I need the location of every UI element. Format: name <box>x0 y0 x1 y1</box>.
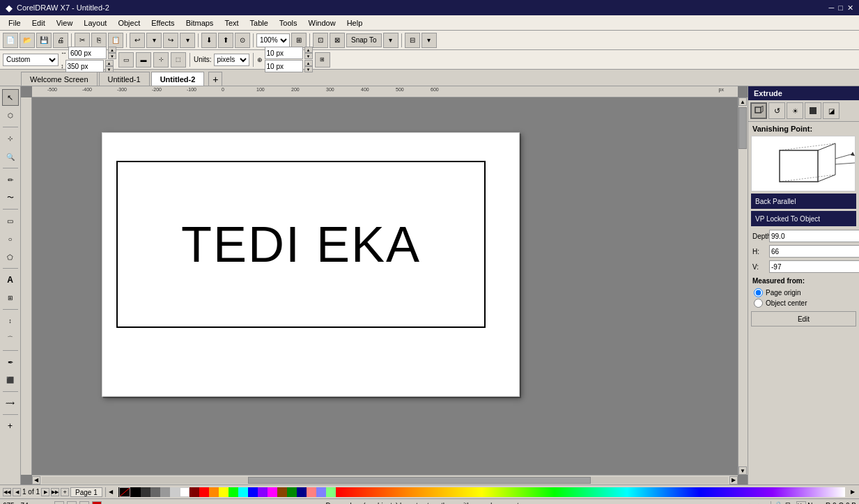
page-next-btn[interactable]: ▶ <box>41 488 49 496</box>
page-prev-btn[interactable]: ◀ <box>13 488 21 496</box>
tab-welcome-screen[interactable]: Welcome Screen <box>21 72 98 86</box>
cut-button[interactable]: ✂ <box>75 33 90 48</box>
color-swatch-orange[interactable] <box>209 487 219 497</box>
fill-tool[interactable]: ⬛ <box>2 372 19 388</box>
color-swatch-red[interactable] <box>199 487 209 497</box>
color-swatch-magenta[interactable] <box>268 487 277 497</box>
color-swatch-dark[interactable] <box>141 487 150 497</box>
copy-button[interactable]: ⎘ <box>91 33 107 48</box>
menu-tools[interactable]: Tools <box>274 17 303 29</box>
drawing-page[interactable]: TEDI EKA <box>102 132 520 397</box>
scroll-color-right[interactable]: ▶ <box>849 487 856 497</box>
vp-locked-btn[interactable]: VP Locked To Object <box>751 211 856 226</box>
menu-layout[interactable]: Layout <box>78 17 112 29</box>
freehand-tool[interactable]: ✏ <box>2 171 19 188</box>
width-up[interactable]: ▲ <box>108 47 116 53</box>
extrude-color-btn[interactable] <box>805 102 821 119</box>
scroll-right-btn[interactable]: ▶ <box>729 476 738 485</box>
navigate-left-btn[interactable]: ◀ <box>54 501 64 505</box>
table-tool[interactable]: ⊞ <box>2 290 19 306</box>
page-nav-left-btn[interactable]: ◀◀ <box>3 488 11 496</box>
undo-button[interactable]: ↩ <box>130 33 145 48</box>
redo-dropdown[interactable]: ▾ <box>180 33 195 48</box>
tab-untitled1[interactable]: Untitled-1 <box>99 72 150 86</box>
transform-btn[interactable]: ✕ <box>796 501 806 505</box>
menu-bitmaps[interactable]: Bitmaps <box>180 17 219 29</box>
scroll-end-btn2[interactable]: ▶ <box>755 501 765 505</box>
menu-object[interactable]: Object <box>112 17 146 29</box>
zoom-options[interactable]: ⊞ <box>291 33 307 48</box>
add-anchor-tool[interactable]: + <box>2 418 19 434</box>
options-btn[interactable]: ⊟ <box>405 33 420 48</box>
snap-dropdown[interactable]: ▾ <box>383 33 398 48</box>
nudge-y-down[interactable]: ▼ <box>304 66 313 72</box>
page-size-select[interactable]: Custom <box>3 54 59 66</box>
options-dropdown[interactable]: ▾ <box>421 33 437 48</box>
no-color-swatch[interactable] <box>119 487 130 497</box>
color-swatch-lightblue[interactable] <box>316 487 326 497</box>
page-name-tab[interactable]: Page 1 <box>70 487 102 497</box>
color-swatch-black[interactable] <box>131 487 141 497</box>
navigate-right-btn[interactable]: ▶ <box>67 501 77 505</box>
h-input[interactable] <box>769 245 859 258</box>
snap-to-button[interactable]: Snap To <box>346 33 382 47</box>
connector-tool[interactable]: ⌒ <box>2 331 19 347</box>
menu-window[interactable]: Window <box>303 17 341 29</box>
smart-draw-tool[interactable]: 〜 <box>2 189 19 206</box>
extrude-rotation-btn[interactable]: ↺ <box>768 102 785 119</box>
scroll-thumb-v[interactable] <box>738 107 747 149</box>
nudge-x-input[interactable] <box>265 47 303 59</box>
color-swatch-purple[interactable] <box>258 487 268 497</box>
new-button[interactable]: 📄 <box>3 33 18 48</box>
color-swatch-yellow[interactable] <box>219 487 229 497</box>
print-button[interactable]: 🖨 <box>53 33 68 48</box>
color-swatch-gray2[interactable] <box>160 487 170 497</box>
text-tool[interactable]: A <box>2 271 19 288</box>
snap-btn2[interactable]: ⊠ <box>330 33 345 48</box>
duplicate-btn[interactable]: ⊞ <box>315 52 330 68</box>
extrude-light-btn[interactable]: ☀ <box>787 102 803 119</box>
tab-untitled2[interactable]: Untitled-2 <box>151 72 205 86</box>
navigate-node-btn[interactable]: ◆ <box>79 501 89 505</box>
color-swatch-darkgreen[interactable] <box>287 487 297 497</box>
color-swatch-gray3[interactable] <box>170 487 180 497</box>
edit-button[interactable]: Edit <box>751 311 856 326</box>
menu-edit[interactable]: Edit <box>26 17 51 29</box>
portrait-btn[interactable]: ▭ <box>118 52 134 68</box>
crop-tool[interactable]: ⊹ <box>2 130 19 147</box>
zoom-tool[interactable]: 🔍 <box>2 148 19 165</box>
menu-text[interactable]: Text <box>219 17 244 29</box>
scroll-end-btn[interactable]: ◀ <box>743 501 752 505</box>
scroll-thumb-h[interactable] <box>248 477 591 484</box>
nudge-y-up[interactable]: ▲ <box>304 60 313 66</box>
color-swatch-blue[interactable] <box>248 487 258 497</box>
canvas-content[interactable]: TEDI EKA <box>32 97 738 475</box>
add-page-btn[interactable]: + <box>61 488 69 496</box>
page-origin-radio[interactable] <box>754 288 763 297</box>
color-swatch-cyan[interactable] <box>238 487 248 497</box>
height-up[interactable]: ▲ <box>105 60 114 66</box>
color-swatch-brown[interactable] <box>277 487 287 497</box>
page-nav-right-btn[interactable]: ▶▶ <box>51 488 59 496</box>
extrude-type-btn[interactable] <box>750 102 767 119</box>
scroll-left-btn[interactable]: ◀ <box>32 476 40 485</box>
scroll-up-btn[interactable]: ▲ <box>738 97 747 106</box>
color-swatch-darkblue[interactable] <box>297 487 307 497</box>
import-button[interactable]: ⬇ <box>201 33 217 48</box>
horizontal-scrollbar[interactable]: ◀ ▶ <box>32 475 738 485</box>
menu-view[interactable]: View <box>51 17 79 29</box>
export-button[interactable]: ⬆ <box>218 33 233 48</box>
blend-tool[interactable]: ⟿ <box>2 395 19 411</box>
ellipse-tool[interactable]: ○ <box>2 230 19 247</box>
bleed-btn[interactable]: ⊹ <box>153 52 169 68</box>
node-edit-tool[interactable]: ⬡ <box>2 107 19 124</box>
minimize-btn[interactable]: ─ <box>829 3 835 12</box>
eyedropper-tool[interactable]: ✒ <box>2 354 19 370</box>
color-mode-btn[interactable]: ⊡ <box>785 501 795 505</box>
width-down[interactable]: ▼ <box>108 53 116 59</box>
color-swatch-darkred[interactable] <box>189 487 199 497</box>
add-tab-button[interactable]: + <box>208 72 222 86</box>
color-swatch-white[interactable] <box>180 487 189 497</box>
border-btn[interactable]: ⬚ <box>171 52 186 68</box>
canvas-area[interactable]: -500 -400 -300 -200 -100 0 100 200 300 4… <box>21 86 748 485</box>
